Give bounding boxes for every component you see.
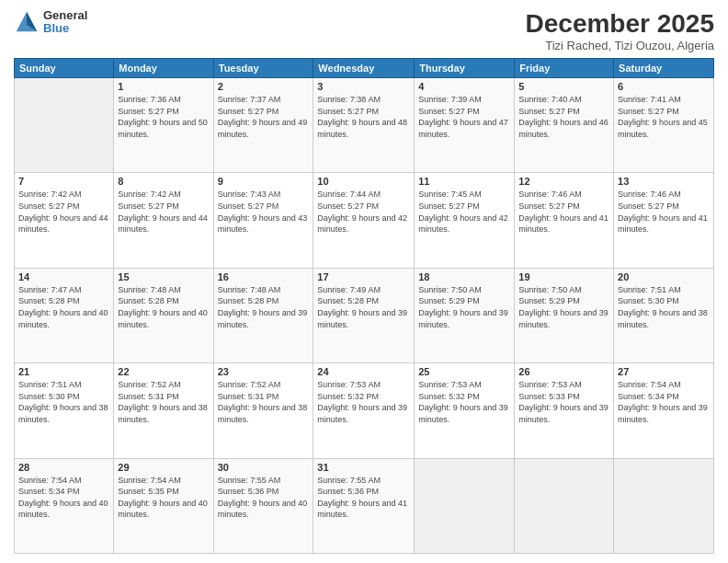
col-sunday: Sunday [15, 59, 114, 78]
day-detail: Sunrise: 7:49 AMSunset: 5:28 PMDaylight:… [317, 284, 410, 330]
col-friday: Friday [515, 59, 614, 78]
day-number: 6 [618, 81, 710, 92]
location: Tizi Rached, Tizi Ouzou, Algeria [526, 39, 714, 52]
day-detail: Sunrise: 7:46 AMSunset: 5:27 PMDaylight:… [518, 189, 609, 235]
calendar-cell [614, 458, 714, 553]
day-detail: Sunrise: 7:53 AMSunset: 5:32 PMDaylight:… [418, 379, 510, 425]
day-number: 23 [218, 366, 310, 377]
calendar-cell: 14Sunrise: 7:47 AMSunset: 5:28 PMDayligh… [15, 268, 114, 362]
day-number: 1 [118, 81, 209, 92]
day-number: 20 [618, 271, 710, 282]
day-detail: Sunrise: 7:36 AMSunset: 5:27 PMDaylight:… [118, 94, 209, 140]
day-number: 29 [118, 462, 209, 473]
day-number: 4 [418, 81, 510, 92]
day-detail: Sunrise: 7:45 AMSunset: 5:27 PMDaylight:… [418, 189, 510, 235]
day-number: 21 [18, 366, 109, 377]
calendar-cell: 30Sunrise: 7:55 AMSunset: 5:36 PMDayligh… [213, 458, 313, 553]
day-detail: Sunrise: 7:44 AMSunset: 5:27 PMDaylight:… [317, 189, 410, 235]
day-number: 10 [317, 176, 410, 187]
logo-text: General Blue [43, 9, 87, 36]
day-detail: Sunrise: 7:54 AMSunset: 5:34 PMDaylight:… [18, 475, 109, 521]
day-detail: Sunrise: 7:47 AMSunset: 5:28 PMDaylight:… [18, 284, 109, 330]
day-detail: Sunrise: 7:55 AMSunset: 5:36 PMDaylight:… [317, 475, 410, 521]
day-detail: Sunrise: 7:46 AMSunset: 5:27 PMDaylight:… [618, 189, 710, 235]
calendar-cell: 5Sunrise: 7:40 AMSunset: 5:27 PMDaylight… [515, 78, 614, 173]
day-number: 24 [317, 366, 410, 377]
calendar-cell: 7Sunrise: 7:42 AMSunset: 5:27 PMDaylight… [15, 173, 114, 268]
day-number: 16 [218, 271, 310, 282]
day-detail: Sunrise: 7:37 AMSunset: 5:27 PMDaylight:… [218, 94, 310, 140]
day-detail: Sunrise: 7:52 AMSunset: 5:31 PMDaylight:… [218, 379, 310, 425]
day-number: 15 [118, 271, 209, 282]
calendar-week-5: 28Sunrise: 7:54 AMSunset: 5:34 PMDayligh… [15, 458, 714, 553]
day-number: 25 [418, 366, 510, 377]
calendar-cell [515, 458, 614, 553]
day-detail: Sunrise: 7:42 AMSunset: 5:27 PMDaylight:… [118, 189, 209, 235]
logo-general: General [43, 9, 87, 22]
day-detail: Sunrise: 7:54 AMSunset: 5:35 PMDaylight:… [118, 475, 209, 521]
main-container: General Blue December 2025 Tizi Rached, … [0, 0, 728, 563]
day-number: 26 [518, 366, 609, 377]
calendar-cell: 24Sunrise: 7:53 AMSunset: 5:32 PMDayligh… [313, 363, 415, 458]
day-detail: Sunrise: 7:51 AMSunset: 5:30 PMDaylight:… [618, 284, 710, 330]
day-detail: Sunrise: 7:42 AMSunset: 5:27 PMDaylight:… [18, 189, 109, 235]
calendar-cell: 26Sunrise: 7:53 AMSunset: 5:33 PMDayligh… [515, 363, 614, 458]
calendar-cell [15, 78, 114, 173]
day-detail: Sunrise: 7:50 AMSunset: 5:29 PMDaylight:… [518, 284, 609, 330]
header: General Blue December 2025 Tizi Rached, … [14, 9, 714, 52]
calendar-cell [415, 458, 515, 553]
day-detail: Sunrise: 7:55 AMSunset: 5:36 PMDaylight:… [218, 475, 310, 521]
day-number: 5 [518, 81, 609, 92]
day-detail: Sunrise: 7:39 AMSunset: 5:27 PMDaylight:… [418, 94, 510, 140]
day-number: 19 [518, 271, 609, 282]
day-detail: Sunrise: 7:51 AMSunset: 5:30 PMDaylight:… [18, 379, 109, 425]
calendar-cell: 3Sunrise: 7:38 AMSunset: 5:27 PMDaylight… [313, 78, 415, 173]
day-detail: Sunrise: 7:38 AMSunset: 5:27 PMDaylight:… [317, 94, 410, 140]
calendar-cell: 10Sunrise: 7:44 AMSunset: 5:27 PMDayligh… [313, 173, 415, 268]
calendar-cell: 18Sunrise: 7:50 AMSunset: 5:29 PMDayligh… [415, 268, 515, 362]
day-number: 31 [317, 462, 410, 473]
calendar-cell: 31Sunrise: 7:55 AMSunset: 5:36 PMDayligh… [313, 458, 415, 553]
calendar-week-4: 21Sunrise: 7:51 AMSunset: 5:30 PMDayligh… [15, 363, 714, 458]
calendar-cell: 13Sunrise: 7:46 AMSunset: 5:27 PMDayligh… [614, 173, 714, 268]
calendar-cell: 6Sunrise: 7:41 AMSunset: 5:27 PMDaylight… [614, 78, 714, 173]
day-number: 28 [18, 462, 109, 473]
day-detail: Sunrise: 7:52 AMSunset: 5:31 PMDaylight:… [118, 379, 209, 425]
logo-blue: Blue [43, 22, 87, 35]
month-title: December 2025 [526, 9, 714, 39]
col-wednesday: Wednesday [313, 59, 415, 78]
calendar-cell: 29Sunrise: 7:54 AMSunset: 5:35 PMDayligh… [114, 458, 213, 553]
calendar-week-1: 1Sunrise: 7:36 AMSunset: 5:27 PMDaylight… [15, 78, 714, 173]
calendar-cell: 8Sunrise: 7:42 AMSunset: 5:27 PMDaylight… [114, 173, 213, 268]
calendar-cell: 11Sunrise: 7:45 AMSunset: 5:27 PMDayligh… [415, 173, 515, 268]
calendar-cell: 22Sunrise: 7:52 AMSunset: 5:31 PMDayligh… [114, 363, 213, 458]
logo: General Blue [14, 9, 87, 36]
day-number: 27 [618, 366, 710, 377]
calendar-week-2: 7Sunrise: 7:42 AMSunset: 5:27 PMDaylight… [15, 173, 714, 268]
calendar-cell: 12Sunrise: 7:46 AMSunset: 5:27 PMDayligh… [515, 173, 614, 268]
day-number: 9 [218, 176, 310, 187]
day-detail: Sunrise: 7:48 AMSunset: 5:28 PMDaylight:… [218, 284, 310, 330]
calendar-cell: 27Sunrise: 7:54 AMSunset: 5:34 PMDayligh… [614, 363, 714, 458]
calendar-cell: 21Sunrise: 7:51 AMSunset: 5:30 PMDayligh… [15, 363, 114, 458]
day-detail: Sunrise: 7:54 AMSunset: 5:34 PMDaylight:… [618, 379, 710, 425]
day-number: 2 [218, 81, 310, 92]
calendar-cell: 19Sunrise: 7:50 AMSunset: 5:29 PMDayligh… [515, 268, 614, 362]
calendar-week-3: 14Sunrise: 7:47 AMSunset: 5:28 PMDayligh… [15, 268, 714, 362]
day-detail: Sunrise: 7:53 AMSunset: 5:33 PMDaylight:… [518, 379, 609, 425]
day-number: 22 [118, 366, 209, 377]
calendar-cell: 15Sunrise: 7:48 AMSunset: 5:28 PMDayligh… [114, 268, 213, 362]
calendar-cell: 4Sunrise: 7:39 AMSunset: 5:27 PMDaylight… [415, 78, 515, 173]
day-detail: Sunrise: 7:53 AMSunset: 5:32 PMDaylight:… [317, 379, 410, 425]
col-tuesday: Tuesday [213, 59, 313, 78]
day-detail: Sunrise: 7:41 AMSunset: 5:27 PMDaylight:… [618, 94, 710, 140]
calendar-cell: 23Sunrise: 7:52 AMSunset: 5:31 PMDayligh… [213, 363, 313, 458]
calendar-table: Sunday Monday Tuesday Wednesday Thursday… [14, 58, 714, 554]
day-number: 12 [518, 176, 609, 187]
day-number: 11 [418, 176, 510, 187]
calendar-cell: 20Sunrise: 7:51 AMSunset: 5:30 PMDayligh… [614, 268, 714, 362]
calendar-cell: 25Sunrise: 7:53 AMSunset: 5:32 PMDayligh… [415, 363, 515, 458]
calendar-cell: 2Sunrise: 7:37 AMSunset: 5:27 PMDaylight… [213, 78, 313, 173]
title-block: December 2025 Tizi Rached, Tizi Ouzou, A… [526, 9, 714, 52]
day-number: 13 [618, 176, 710, 187]
